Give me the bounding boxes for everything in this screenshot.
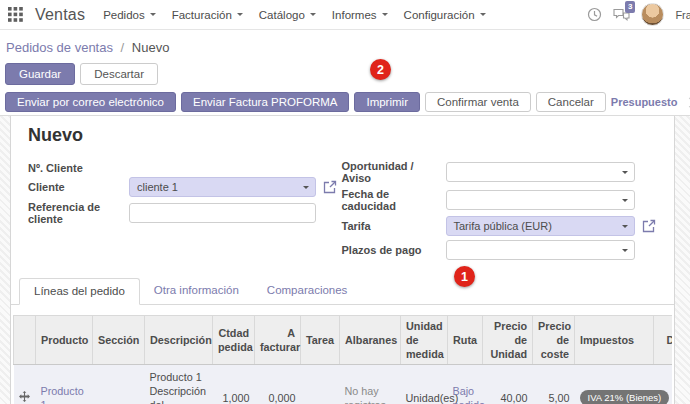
payment-terms-select[interactable]: [446, 240, 635, 260]
col-ctdad-pedida[interactable]: Ctdad pedida: [213, 316, 255, 365]
menu-informes[interactable]: Informes: [332, 9, 388, 21]
record-actions: Guardar Descartar: [0, 59, 690, 90]
messages-count-badge: 3: [625, 1, 635, 13]
tab-otra-informacion[interactable]: Otra información: [140, 278, 253, 305]
chevron-down-icon: [622, 171, 628, 177]
col-descripcion[interactable]: Descripción: [145, 316, 213, 365]
messages-icon[interactable]: 3: [613, 8, 630, 22]
annotation-step-1: 1: [454, 266, 475, 287]
form-statusbar: Enviar por correo electrónico Enviar Fac…: [0, 90, 690, 116]
top-navbar: Ventas Pedidos Facturación Catálogo Info…: [0, 0, 690, 30]
payment-terms-label: Plazos de pago: [342, 244, 446, 256]
cell-albaranes: No hay registros: [345, 385, 386, 404]
chevron-down-icon: [480, 13, 486, 19]
chevron-down-icon: [622, 249, 628, 255]
print-button[interactable]: Imprimir: [354, 92, 420, 112]
notebook-tabs: Líneas del pedido Otra información Compa…: [11, 277, 674, 305]
menu-configuracion[interactable]: Configuración: [404, 9, 486, 21]
col-tarea[interactable]: Tarea: [301, 316, 340, 365]
topbar-right-tools: 3 Fran: [587, 3, 690, 26]
cell-a-facturar[interactable]: 0,000: [255, 365, 301, 404]
breadcrumb-sales-orders-link[interactable]: Pedidos de ventas: [6, 40, 113, 55]
tab-lineas-del-pedido[interactable]: Líneas del pedido: [19, 278, 140, 305]
drag-handle-icon[interactable]: [14, 365, 36, 404]
breadcrumb-separator: /: [121, 40, 125, 55]
cell-tarea[interactable]: [301, 365, 340, 404]
col-seccion[interactable]: Sección: [93, 316, 145, 365]
chevron-down-icon: [382, 13, 388, 19]
tax-badge[interactable]: IVA 21% (Bienes): [580, 390, 670, 404]
user-avatar[interactable]: [641, 3, 664, 26]
menu-facturacion[interactable]: Facturación: [172, 9, 243, 21]
chevron-down-icon: [622, 225, 628, 231]
cell-seccion[interactable]: [93, 365, 145, 404]
customer-ref-label: Referencia de cliente: [19, 201, 129, 225]
odoo-sales-screen: Ventas Pedidos Facturación Catálogo Info…: [0, 0, 690, 404]
pricelist-select[interactable]: Tarifa pública (EUR): [446, 216, 635, 236]
customer-external-link-icon[interactable]: [323, 180, 337, 194]
col-ruta[interactable]: Ruta: [448, 316, 483, 365]
breadcrumb-current: Nuevo: [132, 40, 170, 55]
order-line-row-1[interactable]: Producto 1 Producto 1 Descripción del pr…: [14, 365, 673, 404]
cell-descripcion[interactable]: Producto 1 Descripción del producto 1: [145, 365, 213, 404]
col-a-facturar[interactable]: A facturar: [255, 316, 301, 365]
opportunity-label: Oportunidad / Aviso: [342, 160, 446, 184]
chevron-down-icon: [303, 186, 309, 192]
menu-pedidos[interactable]: Pedidos: [103, 9, 156, 21]
page-title: Nuevo: [28, 125, 664, 146]
chevron-down-icon: [150, 13, 156, 19]
route-link[interactable]: Bajo pedido: [453, 385, 485, 404]
order-lines-table: Producto Sección Descripción Ctdad pedid…: [13, 315, 672, 404]
col-unidad-de-medida[interactable]: Unidad de medida: [401, 316, 448, 365]
stage-presupuesto[interactable]: Presupuesto: [611, 96, 678, 108]
form-sheet: Nuevo Nº. Cliente Cliente cliente 1: [10, 116, 675, 404]
expiry-date-select[interactable]: [446, 190, 635, 210]
tab-comparaciones[interactable]: Comparaciones: [253, 278, 362, 305]
annotation-step-2: 2: [370, 59, 391, 80]
user-name: Fran: [675, 9, 690, 21]
customer-label: Cliente: [19, 181, 129, 193]
discard-button[interactable]: Descartar: [80, 63, 158, 85]
breadcrumb: Pedidos de ventas / Nuevo: [0, 30, 690, 59]
chevron-down-icon: [622, 199, 628, 205]
apps-grid-icon[interactable]: [8, 7, 23, 22]
main-menu: Pedidos Facturación Catálogo Informes Co…: [103, 9, 485, 21]
customer-no-label: Nº. Cliente: [19, 162, 129, 174]
cell-precio-unidad[interactable]: 40,00: [483, 365, 533, 404]
send-proforma-button[interactable]: Enviar Factura PROFORMA: [181, 92, 349, 112]
sheet-background: Nuevo Nº. Cliente Cliente cliente 1: [0, 116, 690, 404]
pricelist-external-link-icon[interactable]: [642, 219, 656, 233]
cancel-button[interactable]: Cancelar: [536, 92, 606, 112]
opportunity-select[interactable]: [446, 162, 635, 182]
send-email-button[interactable]: Enviar por correo electrónico: [5, 92, 176, 112]
chevron-down-icon: [310, 13, 316, 19]
cell-precio-coste[interactable]: 5,00: [533, 365, 575, 404]
col-impuestos[interactable]: Impuestos: [575, 316, 654, 365]
chevron-down-icon: [237, 13, 243, 19]
pricelist-label: Tarifa: [342, 220, 446, 232]
activities-clock-icon[interactable]: [587, 7, 602, 22]
cell-unidad[interactable]: Unidad(es): [401, 365, 448, 404]
stage-pipeline: Presupuesto Presupuesto enviado Pedido d…: [611, 96, 690, 108]
customer-select[interactable]: cliente 1: [129, 177, 316, 197]
col-descuento[interactable]: Descu (': [654, 316, 673, 365]
save-button[interactable]: Guardar: [5, 63, 75, 85]
col-drag-handle: [14, 316, 36, 365]
app-title: Ventas: [35, 6, 85, 24]
col-producto[interactable]: Producto: [36, 316, 93, 365]
col-precio-de-unidad[interactable]: Precio de Unidad: [483, 316, 533, 365]
expiry-date-label: Fecha de caducidad: [342, 188, 446, 212]
chevron-right-icon: [685, 97, 690, 107]
menu-catalogo[interactable]: Catálogo: [259, 9, 316, 21]
cell-ctdad[interactable]: 1,000: [213, 365, 255, 404]
customer-ref-input[interactable]: [129, 203, 316, 223]
col-precio-de-coste[interactable]: Precio de coste: [533, 316, 575, 365]
confirm-sale-button[interactable]: Confirmar venta: [425, 92, 531, 112]
product-link[interactable]: Producto 1: [41, 385, 84, 404]
order-lines-table-wrap: Producto Sección Descripción Ctdad pedid…: [13, 315, 672, 404]
col-albaranes[interactable]: Albaranes: [340, 316, 401, 365]
table-header-row: Producto Sección Descripción Ctdad pedid…: [14, 316, 673, 365]
